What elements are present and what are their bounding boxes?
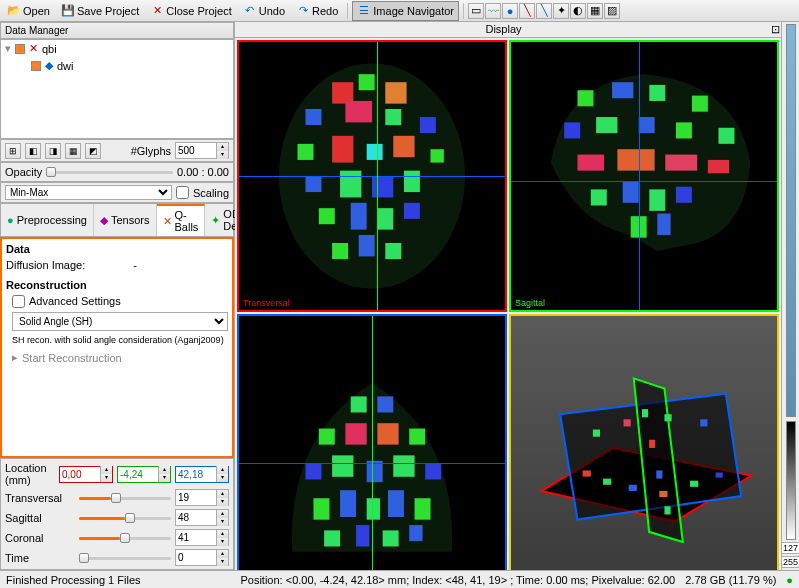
loc-x[interactable]: ▴▾ (59, 466, 113, 483)
sagittal-val[interactable]: ▴▾ (175, 509, 229, 526)
tree-item[interactable]: ▾ ✕ qbi (1, 40, 233, 57)
image-navigator-button[interactable]: ☰Image Navigator (352, 1, 459, 21)
glyphs-label: #Glyphs (131, 145, 171, 157)
glyph-btn-4[interactable]: ▦ (65, 143, 81, 159)
loc-y[interactable]: ▴▾ (117, 466, 171, 483)
tool-circle-button[interactable]: ● (502, 3, 518, 19)
glyph-btn-2[interactable]: ◧ (25, 143, 41, 159)
svg-rect-40 (676, 187, 692, 203)
redo-icon: ↷ (296, 4, 310, 18)
transversal-slider[interactable] (79, 491, 171, 505)
display-title: Display ⊡ (235, 22, 781, 38)
tree-item[interactable]: ◆ dwi (1, 57, 233, 74)
status-memory: 2.78 GB (11.79 %) (685, 574, 776, 586)
svg-rect-35 (665, 155, 697, 171)
adv-checkbox[interactable] (12, 295, 25, 308)
folder-open-icon: 📂 (7, 4, 21, 18)
view-transversal[interactable]: Transversal (237, 40, 507, 312)
sagittal-slider[interactable] (79, 511, 171, 525)
circle-icon: ● (507, 5, 514, 17)
svg-rect-59 (324, 530, 340, 546)
tool-line2-button[interactable]: ╲ (536, 3, 552, 19)
save-icon: 💾 (61, 4, 75, 18)
data-manager-tree[interactable]: ▾ ✕ qbi ◆ dwi (0, 39, 234, 139)
svg-rect-50 (332, 455, 353, 476)
view-sagittal[interactable]: Sagittal (509, 40, 779, 312)
tab-qballs[interactable]: ✕Q-Balls (157, 204, 206, 236)
adv-checkbox-label[interactable]: Advanced Settings (12, 295, 228, 308)
time-val[interactable]: ▴▾ (175, 549, 229, 566)
data-heading: Data (6, 243, 228, 255)
svg-rect-14 (340, 171, 361, 198)
svg-rect-74 (664, 414, 671, 421)
glyph-btn-3[interactable]: ◨ (45, 143, 61, 159)
scaling-row: Min-Max Scaling (0, 182, 234, 203)
memory-icon: ● (786, 574, 793, 586)
tool-line-button[interactable]: ╲ (519, 3, 535, 19)
tool-pattern-button[interactable]: ▨ (604, 3, 620, 19)
svg-rect-23 (385, 243, 401, 259)
colorbar-2[interactable] (786, 421, 796, 540)
minmax-select[interactable]: Min-Max (5, 185, 172, 200)
loc-z[interactable]: ▴▾ (175, 466, 229, 483)
tool-misc-button[interactable]: ✦ (553, 3, 569, 19)
tool-rect-button[interactable]: ▭ (468, 3, 484, 19)
method-desc: SH recon. with solid angle consideration… (12, 335, 228, 345)
view-coronal[interactable]: Coronal (237, 314, 507, 570)
tab-preprocessing[interactable]: ●Preprocessing (1, 204, 94, 236)
svg-rect-33 (578, 155, 605, 171)
colorbar-1[interactable] (786, 24, 796, 417)
svg-rect-69 (659, 491, 667, 497)
qballs-panel: Data Diffusion Image:- Reconstruction Ad… (0, 237, 234, 458)
spin-down[interactable]: ▾ (216, 151, 228, 159)
svg-rect-6 (385, 109, 401, 125)
svg-rect-66 (583, 470, 591, 476)
svg-rect-67 (603, 479, 611, 485)
svg-rect-26 (649, 85, 665, 101)
glyph-btn-1[interactable]: ⊞ (5, 143, 21, 159)
tool-contrast-button[interactable]: ◐ (570, 3, 586, 19)
glyph-btn-5[interactable]: ◩ (85, 143, 101, 159)
svg-rect-1 (332, 82, 353, 103)
svg-rect-28 (564, 122, 580, 138)
redo-button[interactable]: ↷Redo (291, 1, 343, 21)
view-3d[interactable] (509, 314, 779, 570)
spin-up[interactable]: ▴ (216, 143, 228, 151)
coronal-slider[interactable] (79, 531, 171, 545)
view-label: Transversal (243, 298, 290, 308)
contrast-icon: ◐ (573, 4, 583, 17)
svg-rect-21 (332, 243, 348, 259)
opacity-slider[interactable] (46, 165, 173, 179)
svg-rect-3 (385, 82, 406, 103)
time-slider[interactable] (79, 551, 171, 565)
scaling-checkbox[interactable] (176, 186, 189, 199)
svg-rect-53 (425, 463, 441, 479)
close-button[interactable]: ✕Close Project (145, 1, 236, 21)
coronal-val[interactable]: ▴▾ (175, 529, 229, 546)
tab-tensors[interactable]: ◆Tensors (94, 204, 157, 236)
glyphs-input[interactable]: ▴▾ (175, 142, 229, 159)
transversal-val[interactable]: ▴▾ (175, 489, 229, 506)
undo-button[interactable]: ↶Undo (238, 1, 290, 21)
svg-rect-57 (388, 490, 404, 517)
colorbar-high: 255 (781, 556, 799, 568)
undo-icon: ↶ (243, 4, 257, 18)
color-swatch (15, 44, 25, 54)
svg-rect-39 (649, 189, 665, 210)
svg-rect-68 (629, 485, 637, 491)
svg-rect-24 (578, 90, 594, 106)
method-select[interactable]: Solid Angle (SH) (12, 312, 228, 331)
svg-rect-73 (624, 419, 631, 426)
tool-image-button[interactable]: ▦ (587, 3, 603, 19)
coronal-label: Coronal (5, 532, 75, 544)
line2-icon: ╲ (541, 4, 548, 17)
start-recon-button[interactable]: ▸Start Reconstruction (12, 351, 228, 364)
svg-rect-38 (623, 181, 639, 202)
dot-icon: ✕ (163, 215, 172, 228)
item-icon: ◆ (45, 59, 53, 72)
open-button[interactable]: 📂Open (2, 1, 55, 21)
expand-collapse-icon[interactable]: ⊡ (771, 23, 780, 36)
tool-zoom-button[interactable]: 〰 (485, 3, 501, 19)
save-button[interactable]: 💾Save Project (56, 1, 144, 21)
expand-icon[interactable]: ▾ (5, 42, 11, 55)
